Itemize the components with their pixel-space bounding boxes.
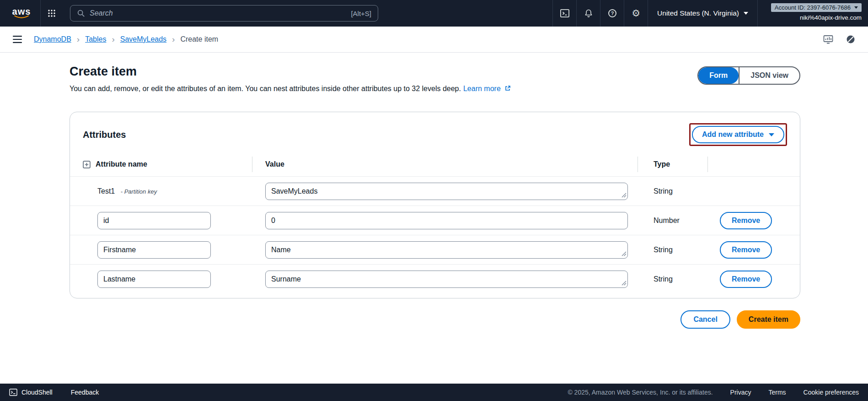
search-shortcut-hint: [Alt+S] — [351, 10, 371, 17]
cloudshell-label: CloudShell — [21, 389, 53, 396]
menu-icon[interactable] — [13, 35, 22, 43]
breadcrumb-savemyleads[interactable]: SaveMyLeads — [120, 35, 166, 43]
svg-text:?: ? — [611, 11, 614, 16]
attributes-panel: Attributes Add new attribute Attribute n… — [70, 112, 800, 298]
cancel-button[interactable]: Cancel — [680, 310, 730, 329]
attribute-name-input-firstname[interactable] — [97, 241, 211, 259]
attribute-name-input-lastname[interactable] — [97, 271, 211, 288]
account-block: Account ID: 2397-6076-7686 niki%40apix-d… — [757, 0, 868, 27]
partition-key-name: Test1 — [97, 187, 115, 195]
expand-plus-icon — [83, 161, 91, 168]
attribute-row-lastname: String Remove — [70, 264, 800, 293]
remove-button-id[interactable]: Remove — [720, 212, 772, 229]
account-menu[interactable]: Account ID: 2397-6076-7686 — [771, 3, 862, 12]
region-label: United States (N. Virginia) — [657, 9, 739, 17]
page-title: Create item — [70, 65, 511, 79]
footer-cloudshell[interactable]: CloudShell — [9, 389, 53, 396]
attributes-table-header: Attribute name Value Type — [70, 152, 800, 176]
aws-smile-icon — [14, 15, 29, 19]
privacy-link[interactable]: Privacy — [730, 389, 751, 396]
column-type: Type — [638, 157, 708, 172]
column-value: Value — [252, 157, 638, 172]
region-selector[interactable]: United States (N. Virginia) — [648, 0, 757, 27]
value-input-id[interactable] — [265, 212, 628, 229]
attribute-row-firstname: String Remove — [70, 235, 800, 264]
breadcrumb-dynamodb[interactable]: DynamoDB — [34, 35, 71, 43]
create-item-button[interactable]: Create item — [737, 310, 800, 329]
settings-gear-icon[interactable]: ⚙ — [624, 0, 648, 27]
nav-utilities: ? ⚙ United States (N. Virginia) Account … — [552, 0, 868, 27]
cookie-preferences-link[interactable]: Cookie preferences — [804, 389, 859, 396]
chevron-down-icon — [769, 133, 774, 136]
description-text: You can add, remove, or edit the attribu… — [70, 85, 461, 92]
chevron-down-icon — [744, 12, 748, 15]
form-view-toggle[interactable]: Form — [698, 67, 739, 84]
remove-button-firstname[interactable]: Remove — [720, 241, 772, 259]
breadcrumb-bar: DynamoDB Tables SaveMyLeads Create item — [0, 27, 868, 53]
footer: CloudShell Feedback © 2025, Amazon Web S… — [0, 384, 868, 401]
account-id-label: Account ID: 2397-6076-7686 — [775, 4, 851, 11]
main-content: Create item You can add, remove, or edit… — [0, 53, 868, 329]
column-attribute-name: Attribute name — [96, 160, 147, 168]
attribute-row-id: Number Remove — [70, 206, 800, 235]
attribute-row-partition-key: Test1 - Partition key String — [70, 176, 800, 206]
services-grid-icon[interactable] — [41, 0, 63, 27]
type-label: String — [638, 275, 708, 283]
click-highlight-outline: Add new attribute — [689, 123, 787, 146]
value-input-firstname[interactable] — [265, 241, 628, 259]
aws-logo-text: aws — [12, 7, 31, 16]
global-search[interactable]: [Alt+S] — [70, 5, 378, 22]
add-new-attribute-label: Add new attribute — [702, 130, 764, 139]
copyright-text: © 2025, Amazon Web Services, Inc. or its… — [568, 389, 713, 396]
view-toggle: Form JSON view — [697, 66, 800, 85]
search-icon — [77, 9, 85, 17]
json-view-toggle[interactable]: JSON view — [739, 67, 799, 84]
type-label: String — [638, 246, 708, 254]
breadcrumb-separator-icon — [77, 34, 80, 44]
terms-link[interactable]: Terms — [768, 389, 786, 396]
partition-key-suffix: - Partition key — [121, 188, 157, 195]
metrics-panel-icon[interactable] — [823, 35, 833, 44]
external-link-icon — [503, 85, 511, 93]
search-input[interactable] — [90, 9, 346, 17]
page-description: You can add, remove, or edit the attribu… — [70, 85, 511, 93]
type-label: Number — [638, 217, 708, 225]
footer-feedback[interactable]: Feedback — [71, 389, 99, 396]
feedback-label: Feedback — [71, 389, 99, 396]
breadcrumb-separator-icon — [172, 34, 175, 44]
help-icon[interactable]: ? — [600, 0, 624, 27]
cloudshell-icon[interactable] — [552, 0, 576, 27]
type-label: String — [638, 187, 708, 195]
breadcrumb-current: Create item — [180, 35, 218, 43]
aws-logo[interactable]: aws — [8, 7, 35, 19]
value-input-partition-key[interactable] — [265, 183, 628, 200]
learn-more-link[interactable]: Learn more — [463, 85, 501, 92]
breadcrumb-tables[interactable]: Tables — [85, 35, 106, 43]
remove-button-lastname[interactable]: Remove — [720, 271, 772, 288]
cloudshell-terminal-icon — [9, 389, 17, 396]
column-actions — [708, 157, 800, 172]
attributes-title: Attributes — [83, 130, 126, 140]
breadcrumb: DynamoDB Tables SaveMyLeads Create item — [34, 34, 218, 44]
value-input-lastname[interactable] — [265, 271, 628, 288]
attribute-name-input-id[interactable] — [97, 212, 211, 229]
account-email: niki%40apix-drive.com — [800, 14, 862, 21]
add-new-attribute-button[interactable]: Add new attribute — [692, 126, 784, 143]
status-circle-slash-icon[interactable] — [846, 35, 855, 44]
top-navigation: aws [Alt+S] — [0, 0, 868, 27]
chevron-down-icon — [854, 6, 858, 9]
notifications-bell-icon[interactable] — [576, 0, 600, 27]
breadcrumb-separator-icon — [112, 34, 114, 44]
